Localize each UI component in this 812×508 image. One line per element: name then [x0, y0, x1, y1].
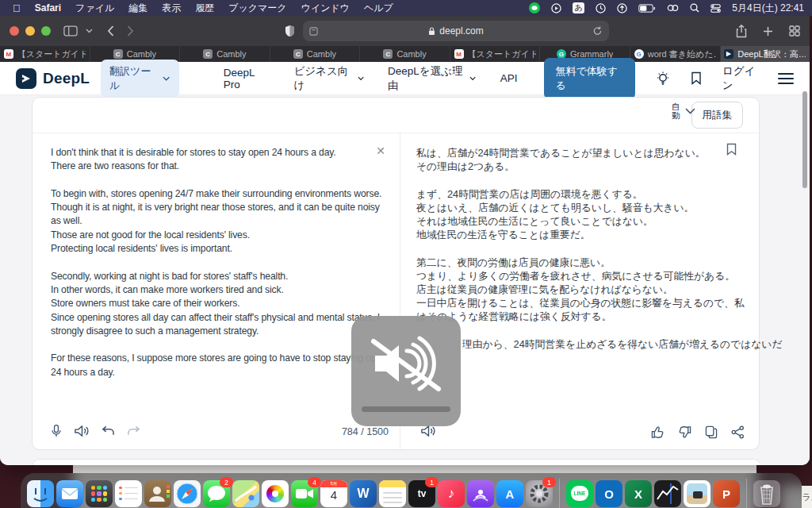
- menu-bookmarks[interactable]: ブックマーク: [228, 2, 286, 15]
- menu-app-name[interactable]: Safari: [35, 2, 61, 13]
- menu-view[interactable]: 表示: [162, 2, 181, 15]
- tab-cambly-2[interactable]: CCambly: [179, 46, 270, 62]
- control-center-icon[interactable]: [710, 4, 721, 13]
- target-text-last-line[interactable]: 理由から、24時間営業を止めざるを得ない店舗が増えるのではないだ: [416, 338, 799, 352]
- back-button[interactable]: [107, 25, 114, 37]
- dock-podcasts[interactable]: [467, 480, 494, 507]
- new-tab-icon[interactable]: [763, 26, 773, 37]
- source-text[interactable]: I don't think that it is desirable for s…: [51, 146, 392, 379]
- clock-status-icon[interactable]: [596, 3, 606, 13]
- browser-toolbar: deepl.com: [0, 16, 810, 46]
- dock-photobooth[interactable]: [684, 480, 710, 507]
- dock-notes[interactable]: [379, 480, 406, 507]
- dock-mail[interactable]: [56, 480, 83, 507]
- menu-history[interactable]: 履歴: [195, 2, 214, 15]
- url-text: deepl.com: [439, 25, 483, 37]
- page-settings-icon[interactable]: [309, 27, 318, 36]
- nav-business[interactable]: ビジネス向け: [293, 64, 364, 93]
- copy-icon[interactable]: [705, 425, 718, 439]
- link-status-icon[interactable]: [667, 4, 679, 12]
- dock-powerpoint[interactable]: P: [713, 480, 740, 507]
- sidebar-chevron-icon[interactable]: [86, 29, 93, 33]
- dock-stocks[interactable]: [654, 480, 681, 507]
- dock-photos[interactable]: [262, 480, 289, 507]
- tab-cambly-3[interactable]: CCambly: [270, 46, 360, 62]
- play-circle-icon[interactable]: [551, 3, 561, 13]
- dock-calendar[interactable]: 5月4: [320, 480, 347, 507]
- thumbs-down-icon[interactable]: [678, 425, 691, 439]
- glossary-button[interactable]: 用語集: [691, 102, 744, 129]
- dock-appletv[interactable]: tv1: [408, 480, 435, 507]
- zoom-window-button[interactable]: [41, 26, 51, 36]
- dock-maps[interactable]: [232, 480, 259, 507]
- tab-google-word[interactable]: Gword 書き始めた…: [630, 46, 720, 62]
- tab-gmail-1[interactable]: M【スタートガイド…: [0, 46, 90, 62]
- tab-cambly-4[interactable]: CCambly: [359, 46, 450, 62]
- source-panel[interactable]: I don't think that it is desirable for s…: [33, 133, 400, 449]
- share-icon[interactable]: [736, 25, 747, 38]
- dock-word[interactable]: W: [350, 480, 377, 507]
- redo-icon[interactable]: [126, 425, 141, 437]
- nav-api[interactable]: API: [500, 72, 518, 84]
- clear-source-icon[interactable]: ✕: [376, 144, 385, 157]
- microphone-icon[interactable]: [49, 423, 63, 439]
- dock-messages[interactable]: 2: [203, 480, 230, 507]
- spotlight-search-icon[interactable]: [690, 3, 699, 13]
- dock-music[interactable]: ♪: [438, 480, 465, 507]
- save-translation-bookmark-icon[interactable]: [726, 143, 737, 156]
- tab-gmail-2[interactable]: M【スタートガイド…: [450, 46, 540, 62]
- login-link[interactable]: ログイン: [722, 64, 757, 93]
- battery-icon[interactable]: [638, 4, 656, 13]
- hamburger-menu-icon[interactable]: [778, 73, 794, 84]
- undo-icon[interactable]: [101, 425, 116, 437]
- share-translation-icon[interactable]: [731, 425, 745, 439]
- input-method-icon[interactable]: あ: [573, 2, 584, 13]
- speaker-icon[interactable]: [74, 424, 90, 438]
- source-controls: 784 / 1500: [33, 413, 400, 449]
- dock-settings[interactable]: 1: [526, 480, 553, 507]
- thumbs-up-icon[interactable]: [651, 425, 665, 439]
- dock-safari[interactable]: [174, 480, 201, 507]
- nav-why-deepl[interactable]: DeepLを選ぶ理由: [388, 64, 477, 93]
- deepl-logo[interactable]: DeepL: [16, 68, 90, 89]
- dock-launchpad[interactable]: [86, 480, 113, 507]
- dock-excel[interactable]: X: [625, 480, 652, 507]
- menu-file[interactable]: ファイル: [75, 2, 114, 15]
- dock-outlook[interactable]: O: [596, 480, 622, 507]
- apple-menu-icon[interactable]: : [13, 2, 21, 14]
- menu-window[interactable]: ウインドウ: [301, 2, 350, 15]
- menu-bar-clock[interactable]: 5月4日(土) 22:41: [732, 2, 804, 15]
- tab-deepl-active[interactable]: DeepL翻訳：高…: [720, 46, 810, 62]
- theme-lightbulb-icon[interactable]: [656, 71, 670, 87]
- sidebar-toggle-icon[interactable]: [63, 25, 78, 37]
- menu-help[interactable]: ヘルプ: [364, 2, 393, 15]
- free-trial-button[interactable]: 無料で体験する: [544, 58, 634, 99]
- target-text[interactable]: 私は、店舗が24時間営業であることが望ましいとは思わない。 その理由は2つある。…: [416, 146, 753, 324]
- appletv-badge: 1: [425, 477, 439, 487]
- facetime-badge: 4: [308, 477, 321, 487]
- minimize-window-button[interactable]: [25, 26, 35, 36]
- dock-contacts[interactable]: [144, 480, 171, 507]
- reload-icon[interactable]: [593, 26, 602, 36]
- dock-trash[interactable]: [753, 480, 780, 507]
- messages-badge: 2: [220, 477, 233, 487]
- dock-line[interactable]: LINE: [566, 480, 593, 507]
- forward-button[interactable]: [127, 25, 134, 37]
- dock-appstore[interactable]: A: [496, 480, 523, 507]
- nav-deepl-pro[interactable]: DeepL Pro: [224, 67, 270, 90]
- translator-tool-pill[interactable]: 翻訳ツール: [101, 60, 179, 98]
- page-scrollbar[interactable]: [802, 91, 807, 188]
- tab-overview-icon[interactable]: [789, 25, 800, 37]
- target-language-selector[interactable]: 自動: [672, 102, 695, 120]
- privacy-shield-icon[interactable]: [285, 25, 295, 37]
- bookmark-header-icon[interactable]: [691, 71, 702, 85]
- close-window-button[interactable]: [10, 26, 19, 36]
- dock-facetime[interactable]: 4: [291, 480, 318, 507]
- menu-edit[interactable]: 編集: [128, 2, 147, 15]
- chevron-down-icon: [163, 76, 170, 81]
- dock-finder[interactable]: [27, 480, 54, 507]
- dock-reminders[interactable]: [115, 480, 142, 507]
- address-bar[interactable]: deepl.com: [303, 21, 609, 41]
- shortcuts-status-icon[interactable]: [617, 3, 627, 13]
- line-status-icon[interactable]: [529, 2, 540, 13]
